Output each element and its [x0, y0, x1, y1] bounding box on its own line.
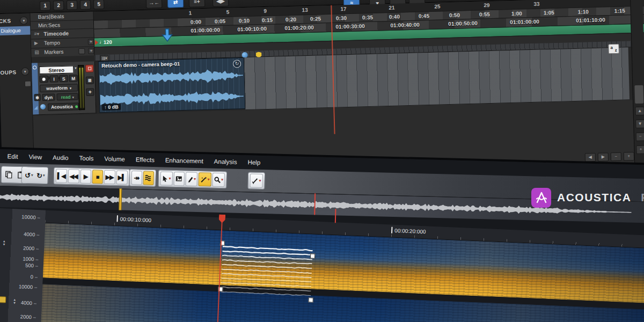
group-mode-icon[interactable]	[25, 80, 31, 86]
track-name-dropdown-icon[interactable]: ▾	[75, 66, 77, 70]
bar-number: 1	[188, 10, 192, 16]
vscroll-thumb[interactable]	[634, 85, 643, 104]
vzoom-out-button[interactable]: −	[636, 133, 644, 141]
time-label: 00:00:20:000	[391, 227, 426, 235]
scroll-left-button[interactable]: ◀	[585, 153, 596, 162]
resize-corner-icon[interactable]: ◢	[34, 105, 38, 110]
screenset-button[interactable]: 1	[40, 1, 50, 11]
freq-scale-spinner-ch2[interactable]: ▲▼	[12, 298, 17, 304]
goto-start-button[interactable]: ▍◀	[56, 169, 68, 184]
menu-item[interactable]: Audio	[47, 154, 74, 161]
menu-item[interactable]: Effects	[130, 156, 160, 163]
track-record-button[interactable]	[85, 64, 93, 72]
rewind-button[interactable]: ◀◀	[68, 169, 79, 184]
clip-gain-chip[interactable]: ↑ 0 dB	[102, 104, 121, 111]
pen-tool-button[interactable]: ▾	[185, 172, 197, 186]
wand-tool-icon	[200, 176, 207, 183]
clip-waveform-left	[99, 66, 244, 88]
track-name[interactable]: Stereo Dialogue	[39, 65, 74, 74]
plugin-slot[interactable]: Acoustica	[48, 103, 79, 111]
screenset-button[interactable]: 4	[80, 0, 91, 10]
menu-item[interactable]: Help	[242, 159, 266, 166]
audio-clip[interactable]: Retouch demo - camera beep-01 ↻ ↑ 0 dB	[98, 57, 245, 113]
selection-tool-icon	[162, 175, 169, 182]
crossfade-icon[interactable]: ⇄	[167, 0, 184, 8]
redo-button[interactable]: ↻▾	[35, 169, 47, 182]
selection-handle-ne[interactable]	[310, 253, 315, 258]
logo-brand-text: ACOUSTICA	[557, 191, 631, 204]
menu-item[interactable]: Analysis	[209, 158, 243, 166]
groups-collapse-button[interactable]: ▾	[21, 68, 29, 76]
menu-item[interactable]: View	[23, 153, 47, 160]
selection-tool-button[interactable]: ▾	[160, 171, 172, 186]
forward-button[interactable]: ▶▶	[104, 170, 115, 185]
markers-label: Markers	[44, 49, 63, 55]
drop-marker-icon[interactable]	[161, 28, 173, 43]
menu-item[interactable]: Enhancement	[160, 157, 209, 164]
mute-button[interactable]: M	[69, 75, 78, 82]
zoom-tool-button[interactable]: ▾	[212, 173, 225, 187]
menu-item[interactable]: Edit	[2, 153, 24, 160]
jump-icon[interactable]: ◀▶	[213, 0, 229, 7]
vzoom-in-button[interactable]: +	[636, 145, 644, 154]
tempo-add-button[interactable]: +	[88, 39, 94, 45]
track-lane-grid[interactable]	[244, 47, 630, 110]
selection-caret-icon: ▾	[169, 177, 171, 181]
scroll-down-button[interactable]: ▼	[635, 120, 644, 128]
screenset-button[interactable]: 2	[53, 1, 64, 11]
hzoom-out-button[interactable]: −	[611, 152, 621, 162]
track-page-button[interactable]: ≣	[86, 76, 94, 84]
screenset-button[interactable]: 5	[93, 0, 104, 9]
harmonic-selection[interactable]	[221, 244, 313, 300]
record-arm-button[interactable]	[40, 76, 48, 83]
tracks-collapse-button[interactable]: ▾	[20, 17, 28, 25]
freeze-button[interactable]: ❄	[34, 94, 40, 101]
snap-icon[interactable]: →←	[146, 0, 163, 9]
harmonic-lines	[221, 244, 313, 300]
copy-button[interactable]	[3, 167, 14, 181]
goto-end-button[interactable]: ▶▍	[116, 170, 128, 185]
screen: 12345 →← ⇄ ≡+ ◀▶ ≈ ▾ CKS ▾ Dialogue OUPS…	[0, 0, 644, 322]
region-tool-button[interactable]	[173, 172, 185, 186]
undo-button[interactable]: ↺▾	[24, 168, 35, 182]
spectrogram-view-button[interactable]	[143, 171, 154, 185]
sidebar-item-dialogue[interactable]: Dialogue	[0, 26, 31, 35]
selection-handle-se[interactable]	[308, 297, 313, 302]
waveform-view-button[interactable]: ↠	[131, 171, 142, 185]
plugin-blue-icon[interactable]	[40, 104, 46, 109]
solo-button[interactable]: S	[60, 75, 68, 82]
overview-view-handle[interactable]	[119, 188, 122, 210]
freq-label: 4000	[21, 299, 37, 306]
mixer-icon[interactable]: ≡+	[189, 0, 206, 8]
hzoom-in-button[interactable]: +	[624, 152, 634, 161]
scroll-right-button[interactable]: ▶	[598, 152, 609, 162]
stop-icon: ■	[96, 173, 99, 180]
markers-add-button[interactable]: +	[88, 48, 94, 54]
play-button[interactable]: ▶	[80, 170, 91, 184]
menu-item[interactable]: Volume	[99, 156, 130, 163]
display-mode-dropdown[interactable]: waveform▾	[40, 84, 78, 92]
menu-item[interactable]: Tools	[74, 155, 99, 162]
tempo-flag-icon[interactable]	[95, 40, 98, 45]
automation-mode-dropdown[interactable]: read▾	[56, 93, 78, 100]
tempo-value[interactable]: 120	[104, 39, 112, 45]
lane-options-icon[interactable]: ▤▾	[100, 55, 109, 61]
screenset-button[interactable]: 3	[67, 0, 77, 10]
forward-icon: ▶▶	[105, 173, 113, 180]
spectrogram-playhead[interactable]	[219, 214, 226, 223]
az-order-button[interactable]: a z	[608, 44, 619, 54]
plugin-active-dot	[75, 105, 78, 108]
wand-tool-button[interactable]: ▾	[198, 172, 211, 187]
channel-link-button[interactable]	[0, 296, 6, 303]
markers-icon[interactable]: ▤	[34, 49, 39, 55]
markers-mini-button[interactable]	[78, 48, 85, 54]
timecode-menu-icon[interactable]: ≡▾	[34, 31, 39, 36]
stop-button[interactable]: ■	[92, 170, 103, 184]
freq-scale-spinner-ch1[interactable]: ▲▼	[1, 239, 6, 246]
add-track-button[interactable]: +	[86, 88, 94, 96]
dyn-button[interactable]: dyn	[42, 93, 55, 101]
input-button[interactable]: I	[50, 75, 58, 82]
retouch-tool-button[interactable]: ▾	[250, 173, 262, 188]
tempo-expand-icon[interactable]: ▶	[34, 40, 38, 46]
scroll-up-button[interactable]: ▲	[635, 107, 644, 115]
